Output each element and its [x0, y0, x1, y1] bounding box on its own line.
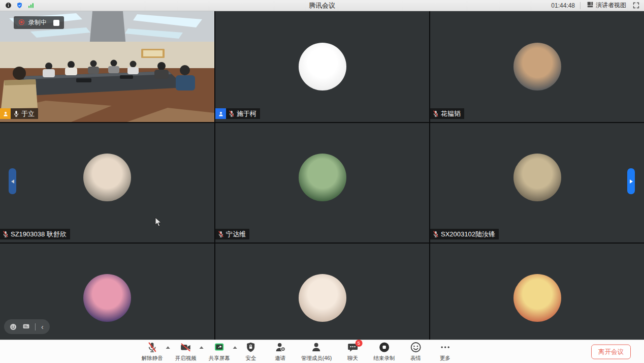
participant-name: SZ1903038 耿舒欣 — [11, 230, 67, 239]
more-dots-icon — [439, 341, 451, 355]
meeting-timer: 01:44:48 — [551, 2, 581, 9]
speaker-view-label: 演讲者视图 — [596, 1, 626, 10]
toolbar-item[interactable]: 解除静音 — [138, 341, 167, 362]
emoji-icon — [409, 341, 422, 355]
mic-status-icon — [13, 110, 20, 117]
chevron-left-icon — [11, 179, 14, 184]
participant-tile[interactable]: SZ1903038 耿舒欣 — [0, 123, 214, 243]
next-page-arrow[interactable] — [627, 168, 635, 194]
record-dot-icon — [18, 18, 25, 27]
toolbar-item[interactable]: 管理成员(46) — [297, 341, 336, 362]
person-add-icon — [274, 341, 286, 355]
toolbar-item[interactable]: 表情 — [403, 341, 428, 362]
recording-badge: 录制中 — [14, 16, 64, 29]
avatar — [83, 154, 131, 201]
participant-tile[interactable]: 于立 录制中 — [0, 11, 214, 122]
bottom-toolbar: 解除静音 开启视频 共享屏幕 安全 邀请 管理成员(46) 5 聊天 结束录制 … — [0, 340, 644, 363]
toolbar-item-label: 解除静音 — [142, 355, 163, 362]
person-icon — [310, 341, 323, 355]
avatar — [299, 154, 346, 201]
participant-name-label: 于立 — [0, 108, 38, 119]
avatar — [513, 154, 561, 201]
toolbar-item-label: 结束录制 — [373, 355, 395, 362]
camera-off-icon — [180, 341, 192, 355]
info-icon[interactable] — [5, 2, 12, 9]
chat-unread-badge: 5 — [355, 340, 362, 347]
participant-name-label: SX2003102陆汝锋 — [430, 229, 499, 239]
toolbar-item-label: 表情 — [410, 355, 421, 362]
mic-status-icon — [2, 230, 9, 238]
toolbar-item-label: 共享屏幕 — [209, 355, 230, 362]
titlebar-status-icons — [5, 2, 35, 9]
role-badge-icon — [215, 108, 226, 119]
avatar — [299, 43, 346, 90]
mic-muted-icon — [146, 341, 158, 355]
share-screen-icon — [213, 341, 226, 355]
previous-page-arrow[interactable] — [9, 168, 16, 194]
participant-tile[interactable]: 施于柯 — [215, 11, 429, 122]
toolbar-item[interactable]: 结束录制 — [369, 341, 399, 362]
participant-name: 于立 — [21, 109, 35, 118]
titlebar: 腾讯会议 01:44:48 演讲者视图 — [0, 0, 644, 11]
stop-record-icon — [378, 341, 390, 355]
participant-tile[interactable]: 花韫韬 — [430, 11, 644, 122]
mic-status-icon — [432, 230, 439, 238]
toolbar-item[interactable]: 5 聊天 — [340, 341, 365, 362]
leave-meeting-button[interactable]: 离开会议 — [591, 344, 631, 359]
toolbar-item-label: 安全 — [245, 355, 256, 362]
collapse-left-chevron[interactable]: ‹ — [40, 323, 45, 330]
participant-name-label: 宁达维 — [215, 229, 249, 239]
participant-name: 宁达维 — [226, 230, 246, 239]
participant-name-label: SZ1903038 耿舒欣 — [0, 229, 70, 239]
participant-name: SX2003102陆汝锋 — [441, 230, 495, 239]
mic-status-icon — [432, 110, 439, 117]
role-badge-icon — [0, 108, 11, 119]
chevron-up-icon[interactable] — [233, 346, 237, 349]
layout-view-icon — [587, 1, 594, 10]
toolbar-item[interactable]: 开启视频 — [171, 341, 201, 362]
avatar — [513, 274, 561, 322]
toolbar-item[interactable]: 更多 — [432, 341, 458, 362]
window-title: 腾讯会议 — [0, 1, 644, 10]
fullscreen-icon[interactable] — [632, 2, 640, 9]
stop-recording-square-button[interactable] — [53, 20, 59, 26]
shield-icon[interactable] — [16, 2, 23, 9]
meeting-window: 腾讯会议 01:44:48 演讲者视图 于立 录制中 — [0, 0, 644, 363]
toolbar-item[interactable]: 邀请 — [268, 341, 293, 362]
emoji-icon[interactable] — [9, 323, 17, 331]
toolbar-item-label: 管理成员(46) — [301, 355, 332, 362]
toolbar-item-label: 更多 — [440, 355, 450, 362]
participant-grid: 于立 录制中 施于柯 花韫韬 — [0, 11, 644, 363]
avatar — [513, 43, 561, 90]
toolbar-item-label: 聊天 — [347, 355, 358, 362]
participant-tile[interactable]: 宁达维 — [215, 123, 429, 243]
quick-reaction-bar: ‹ — [4, 319, 50, 334]
speaker-view-button[interactable]: 演讲者视图 — [587, 1, 626, 10]
participant-name: 施于柯 — [237, 109, 256, 118]
toolbar-item-label: 邀请 — [275, 355, 285, 362]
participant-tile[interactable]: SX2003102陆汝锋 — [430, 123, 644, 243]
toolbar-items: 解除静音 开启视频 共享屏幕 安全 邀请 管理成员(46) 5 聊天 结束录制 … — [138, 340, 458, 363]
divider — [35, 323, 36, 330]
avatar — [299, 274, 346, 322]
recording-label: 录制中 — [28, 18, 47, 27]
toolbar-item[interactable]: 安全 — [238, 341, 264, 362]
avatar — [83, 274, 131, 322]
shield-lock-icon — [245, 341, 257, 355]
participant-name-label: 花韫韬 — [430, 108, 464, 119]
participant-name-label: 施于柯 — [215, 108, 260, 119]
mic-status-icon — [217, 230, 224, 238]
chevron-up-icon[interactable] — [200, 346, 204, 349]
network-signal-icon[interactable] — [27, 2, 35, 9]
chevron-up-icon[interactable] — [166, 346, 170, 349]
toolbar-item[interactable]: 共享屏幕 — [205, 341, 234, 362]
mic-status-icon — [228, 110, 235, 117]
chevron-right-icon — [630, 179, 633, 184]
toolbar-item-label: 开启视频 — [175, 355, 197, 362]
participant-name: 花韫韬 — [441, 109, 461, 118]
caption-icon[interactable] — [22, 323, 30, 330]
